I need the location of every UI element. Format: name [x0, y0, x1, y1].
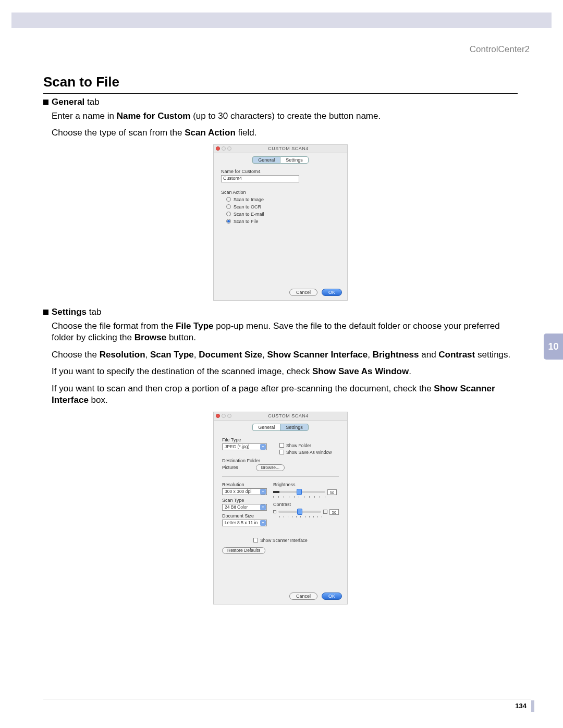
chapter-number: 10 — [548, 341, 558, 352]
bullet-settings-bold: Settings — [52, 307, 87, 317]
browse-button[interactable]: Browse... — [256, 464, 285, 471]
slider-tickmarks — [273, 496, 325, 498]
dialog-segmented-tabs: General Settings — [214, 153, 347, 166]
label-name-for-custom: Name for Custom4 — [221, 169, 340, 174]
cancel-button[interactable]: Cancel — [289, 593, 317, 600]
radio-scan-to-email[interactable]: Scan to E-mail — [226, 212, 340, 217]
filetype-row: File Type JPEG (*.jpg) Show Folder Show … — [222, 437, 339, 455]
minimize-icon — [222, 414, 226, 418]
checkbox-icon — [279, 450, 284, 454]
radio-icon — [226, 204, 231, 209]
content-area: General tab Enter a name in Name for Cus… — [43, 97, 518, 611]
tab-general[interactable]: General — [252, 424, 280, 431]
chevron-down-icon — [260, 444, 266, 450]
window-traffic-lights — [216, 146, 231, 151]
settings-para-1: Choose the file format from the File Typ… — [52, 320, 518, 344]
radio-scan-to-image[interactable]: Scan to Image — [226, 197, 340, 202]
divider — [222, 476, 339, 477]
dialog-footer: Cancel OK — [214, 589, 347, 604]
tab-settings[interactable]: Settings — [280, 424, 309, 431]
general-para-1: Enter a name in Name for Custom (up to 3… — [52, 110, 518, 122]
radio-icon — [226, 219, 231, 224]
brightness-slider[interactable]: 50 — [273, 489, 339, 495]
restore-defaults-button[interactable]: Restore Defaults — [222, 547, 265, 554]
dialog-body: File Type JPEG (*.jpg) Show Folder Show … — [214, 433, 347, 589]
restore-defaults-row: Restore Defaults — [222, 547, 339, 554]
chapter-side-tab: 10 — [544, 334, 563, 360]
radio-icon — [226, 197, 231, 202]
checkbox-show-scanner-interface[interactable]: Show Scanner Interface — [222, 538, 339, 543]
minimize-icon — [222, 146, 226, 151]
checkbox-icon — [279, 443, 284, 448]
dialog-title: CUSTOM SCAN4 — [231, 146, 345, 151]
close-icon[interactable] — [216, 414, 220, 418]
header-product-name: ControlCenter2 — [470, 44, 530, 55]
top-color-band — [11, 13, 552, 28]
label-resolution: Resolution — [222, 482, 268, 487]
bullet-settings: Settings tab — [43, 307, 518, 317]
bullet-square-icon — [43, 310, 48, 315]
bullet-square-icon — [43, 100, 48, 105]
checkbox-icon — [253, 538, 258, 542]
dialog-title: CUSTOM SCAN4 — [231, 413, 345, 418]
label-brightness: Brightness — [273, 482, 339, 487]
label-file-type: File Type — [222, 437, 274, 442]
dialog-titlebar: CUSTOM SCAN4 — [214, 145, 347, 153]
document-size-select[interactable]: Letter 8.5 x 11 in — [222, 520, 267, 526]
destination-folder-value: Pictures — [222, 465, 238, 470]
page-number: 134 — [515, 702, 527, 710]
radio-icon — [226, 212, 231, 216]
radio-scan-to-ocr[interactable]: Scan to OCR — [226, 204, 340, 209]
settings-para-4: If you want to scan and then crop a port… — [52, 383, 518, 406]
dialog-custom-scan-settings: CUSTOM SCAN4 General Settings File Type … — [213, 412, 348, 604]
footer-tick-mark — [531, 700, 534, 712]
contrast-value[interactable]: 50 — [329, 509, 339, 515]
name-for-custom-input[interactable]: Custom4 — [221, 175, 299, 182]
checkbox-show-save-as-window[interactable]: Show Save As Window — [279, 450, 339, 455]
window-traffic-lights — [216, 414, 231, 418]
file-type-select[interactable]: JPEG (*.jpg) — [222, 443, 267, 450]
label-scan-type: Scan Type — [222, 498, 268, 503]
settings-para-3: If you want to specify the destination o… — [52, 366, 518, 377]
radio-scan-to-file[interactable]: Scan to File — [226, 219, 340, 224]
bullet-settings-rest: tab — [87, 307, 101, 317]
bullet-general-rest: tab — [84, 97, 99, 107]
dialog-body: Name for Custom4 Custom4 Scan Action Sca… — [214, 166, 347, 286]
tab-settings[interactable]: Settings — [280, 156, 309, 164]
dialog-segmented-tabs: General Settings — [214, 421, 347, 433]
scan-type-select[interactable]: 24 Bit Color — [222, 504, 267, 511]
dialog-custom-scan-general: CUSTOM SCAN4 General Settings Name for C… — [213, 144, 348, 301]
contrast-slider[interactable]: 50 — [273, 509, 339, 515]
dialog-footer: Cancel OK — [214, 286, 347, 300]
zoom-icon — [227, 146, 231, 151]
zoom-icon — [227, 414, 231, 418]
label-document-size: Document Size — [222, 513, 268, 519]
slider-tickmarks — [279, 516, 322, 517]
close-icon[interactable] — [216, 146, 220, 151]
chevron-down-icon — [260, 520, 266, 526]
label-destination-folder: Destination Folder — [222, 458, 339, 463]
footer-rule — [43, 699, 531, 699]
scan-params-row: Resolution 300 x 300 dpi Scan Type 24 Bi… — [222, 482, 339, 526]
scan-action-group: Scan Action Scan to Image Scan to OCR Sc… — [221, 190, 340, 224]
dialog-titlebar: CUSTOM SCAN4 — [214, 412, 347, 421]
destination-folder-row: Destination Folder Pictures Browse... — [222, 458, 339, 471]
bullet-general: General tab — [43, 97, 518, 107]
label-contrast: Contrast — [273, 502, 339, 507]
bullet-general-bold: General — [52, 97, 84, 107]
general-para-2: Choose the type of scan from the Scan Ac… — [52, 127, 518, 139]
checkbox-show-folder[interactable]: Show Folder — [279, 443, 339, 448]
ok-button[interactable]: OK — [322, 289, 342, 296]
label-scan-action: Scan Action — [221, 190, 340, 195]
cancel-button[interactable]: Cancel — [289, 289, 317, 296]
ok-button[interactable]: OK — [322, 593, 342, 600]
tab-general[interactable]: General — [252, 156, 280, 164]
page-title: Scan to File — [43, 74, 518, 94]
chevron-down-icon — [260, 504, 266, 510]
settings-para-2: Choose the Resolution, Scan Type, Docume… — [52, 349, 518, 361]
chevron-down-icon — [260, 489, 266, 495]
resolution-select[interactable]: 300 x 300 dpi — [222, 488, 267, 495]
brightness-value[interactable]: 50 — [327, 489, 337, 495]
